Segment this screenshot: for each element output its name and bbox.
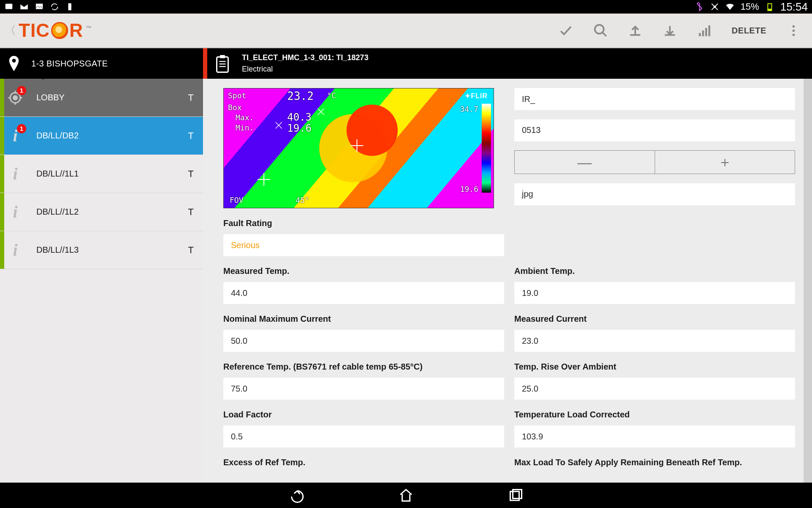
location-header[interactable]: 1-3 BISHOPSGATE xyxy=(0,48,203,79)
sidebar-item-t: T xyxy=(188,130,194,141)
thermal-unit: °C xyxy=(327,91,336,100)
svg-rect-10 xyxy=(708,25,710,36)
ambient-temp-input[interactable]: 19.0 xyxy=(514,282,795,304)
reference-temp-label: Reference Temp. (BS7671 ref cable temp 6… xyxy=(223,362,504,372)
stepper: — ＋ xyxy=(514,150,795,174)
thermal-max-val: 40.3 xyxy=(287,111,312,123)
plus-button[interactable]: ＋ xyxy=(655,151,795,174)
measured-temp-value: 44.0 xyxy=(231,288,247,298)
brand-pre: TIC xyxy=(19,20,50,41)
svg-rect-9 xyxy=(705,28,708,36)
status-bar-green xyxy=(0,79,4,116)
location-name: 1-3 BISHOPSGATE xyxy=(31,59,108,69)
rise-over-ambient-value: 25.0 xyxy=(522,384,538,394)
crosshair-icon xyxy=(258,173,270,186)
sidebar-item-1l3[interactable]: i DB/LL//1L3 T xyxy=(0,231,203,269)
sidebar-item-db2[interactable]: i 1 DB/LL/DB2 T xyxy=(0,117,203,155)
ambient-temp-value: 19.0 xyxy=(522,288,538,298)
thermal-spot-val: 23.2 xyxy=(287,90,314,102)
confirm-icon[interactable] xyxy=(558,23,573,38)
thermal-max-label: Max. xyxy=(236,113,254,122)
rise-over-ambient-input[interactable]: 25.0 xyxy=(514,378,795,400)
measured-temp-label: Measured Temp. xyxy=(223,266,504,276)
nominal-max-current-value: 50.0 xyxy=(231,336,247,346)
load-factor-label: Load Factor xyxy=(223,410,504,420)
ambient-temp-label: Ambient Temp. xyxy=(514,266,795,276)
nav-back-icon[interactable] xyxy=(288,487,304,504)
minus-button[interactable]: — xyxy=(515,151,655,174)
svg-rect-7 xyxy=(699,33,701,36)
sidebar-item-label: DB/LL//1L3 xyxy=(36,245,79,255)
main: 1-3 BISHOPSGATE 1 LOBBY T i 1 DB/LL/DB2 … xyxy=(0,48,812,483)
status-bar-green xyxy=(0,193,4,231)
fault-rating-label: Fault Rating xyxy=(223,218,504,228)
brand-post: R xyxy=(69,20,83,41)
sidebar-item-t: T xyxy=(188,92,194,103)
nav-home-icon[interactable] xyxy=(398,487,414,504)
reference-temp-input[interactable]: 75.0 xyxy=(223,378,504,400)
measured-current-value: 23.0 xyxy=(522,336,538,346)
sidebar-item-lobby[interactable]: 1 LOBBY T xyxy=(0,79,203,117)
battery-icon xyxy=(765,2,774,11)
fault-rating-input[interactable]: Serious xyxy=(223,234,504,256)
measured-current-label: Measured Current xyxy=(514,314,795,324)
file-ext-input[interactable]: jpg xyxy=(514,183,795,205)
app-toolbar: 〈 TIC R ™ DELETE xyxy=(0,14,812,48)
measured-temp-input[interactable]: 44.0 xyxy=(223,282,504,304)
sidebar-item-t: T xyxy=(188,168,194,179)
sidebar-item-1l1[interactable]: i DB/LL//1L1 T xyxy=(0,155,203,193)
android-nav-bar xyxy=(0,483,812,508)
status-left xyxy=(4,2,74,11)
thermal-min-val: 19.6 xyxy=(287,122,312,134)
load-factor-value: 0.5 xyxy=(231,432,243,442)
fault-rating-value: Serious xyxy=(231,240,260,250)
temp-load-corrected-input[interactable]: 103.9 xyxy=(514,425,795,447)
wifi-icon xyxy=(725,2,735,11)
thermal-scale xyxy=(482,104,491,193)
sidebar-item-label: DB/LL//1L1 xyxy=(36,169,79,179)
nav-recent-icon[interactable] xyxy=(508,487,524,504)
search-icon[interactable] xyxy=(593,23,608,38)
sidebar-item-label: DB/LL//1L2 xyxy=(36,207,79,217)
thermal-min-label: Min. xyxy=(236,123,254,132)
thermal-box-label: Box xyxy=(228,103,242,112)
overflow-menu-icon[interactable] xyxy=(786,23,801,38)
content: TI_ELECT_HMC_1-3_001: TI_18273 Electrica… xyxy=(203,48,812,483)
notification-icon xyxy=(4,2,14,11)
location-pin-icon xyxy=(8,56,20,71)
image-icon xyxy=(35,2,44,11)
android-status-bar: 15% 15:54 xyxy=(0,0,812,14)
bluetooth-icon xyxy=(695,2,704,11)
file-ext-value: jpg xyxy=(522,189,533,199)
clock: 15:54 xyxy=(780,0,808,14)
sidebar-item-label: DB/LL/DB2 xyxy=(36,131,79,141)
toolbar-actions: DELETE xyxy=(558,23,808,38)
brand-tm: ™ xyxy=(86,25,92,31)
clipboard-icon xyxy=(215,55,230,72)
upload-icon[interactable] xyxy=(628,23,643,38)
delete-button[interactable]: DELETE xyxy=(732,26,766,36)
form-area: Spot Box Max. Min. 23.2 °C 40.3 19.6 34.… xyxy=(203,79,812,483)
file-number-input[interactable]: 0513 xyxy=(514,119,795,141)
rise-over-ambient-label: Temp. Rise Over Ambient xyxy=(514,362,795,372)
back-caret-icon[interactable]: 〈 xyxy=(4,22,16,39)
download-icon[interactable] xyxy=(662,23,678,38)
thermal-fov-label: FOV xyxy=(230,196,244,204)
measured-current-input[interactable]: 23.0 xyxy=(514,330,795,352)
sidebar: 1-3 BISHOPSGATE 1 LOBBY T i 1 DB/LL/DB2 … xyxy=(0,48,203,483)
load-factor-input[interactable]: 0.5 xyxy=(223,425,504,447)
signal-icon[interactable] xyxy=(697,23,712,38)
nominal-max-current-input[interactable]: 50.0 xyxy=(223,330,504,352)
status-bar-green xyxy=(0,117,4,155)
thermal-fov-val: 45° xyxy=(296,196,310,204)
file-prefix-input[interactable]: IR_ xyxy=(514,88,795,110)
target-icon: 1 xyxy=(6,88,25,107)
sidebar-item-1l2[interactable]: i DB/LL//1L2 T xyxy=(0,193,203,231)
document-title: TI_ELECT_HMC_1-3_001: TI_18273 xyxy=(242,53,368,62)
brand-logo[interactable]: TIC R ™ xyxy=(19,20,92,41)
svg-rect-8 xyxy=(702,30,704,36)
document-category: Electrical xyxy=(242,65,368,74)
svg-point-6 xyxy=(595,25,604,34)
nominal-max-current-label: Nominal Maximum Current xyxy=(223,314,504,324)
thermal-image[interactable]: Spot Box Max. Min. 23.2 °C 40.3 19.6 34.… xyxy=(223,88,494,208)
